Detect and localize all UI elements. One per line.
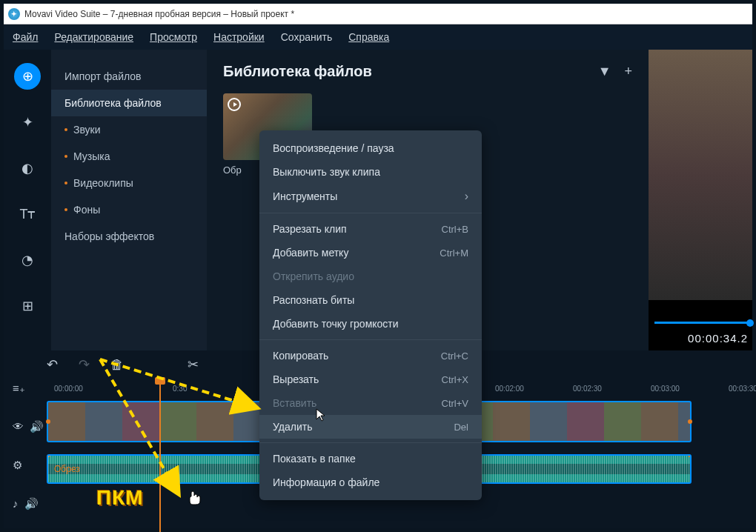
delete-icon[interactable]: 🗑 — [110, 357, 124, 373]
sidebar-item-videoclips[interactable]: Видеоклипы — [51, 170, 207, 196]
left-rail: ⊕ ✦ ◐ Tᴛ ◔ ⊞ — [4, 50, 51, 350]
sidebar-item-music[interactable]: Музыка — [51, 143, 207, 170]
menubar: Файл Редактирование Просмотр Настройки С… — [4, 24, 752, 50]
ctx-detach-audio: Открепить аудио — [259, 265, 482, 288]
audio-mute-icon[interactable]: 🔊 — [24, 497, 39, 511]
sidebar-item-library[interactable]: Библиотека файлов — [51, 90, 207, 116]
track-settings-icon[interactable]: ⚙ — [13, 459, 44, 472]
titlebar: ✦ Movavi Video Suite – 7-дневная пробная… — [4, 4, 752, 24]
ctx-paste: ВставитьCtrl+V — [259, 391, 482, 415]
sidebar: Импорт файлов Библиотека файлов Звуки Му… — [51, 50, 207, 350]
preview-knob[interactable] — [746, 319, 754, 327]
ctx-add-volume-point[interactable]: Добавить точку громкости — [259, 312, 482, 336]
app-window: ✦ Movavi Video Suite – 7-дневная пробная… — [0, 0, 756, 532]
menu-help[interactable]: Справка — [348, 31, 389, 43]
track-mute-icon[interactable]: 🔊 — [30, 420, 44, 433]
audio-link-icon[interactable]: ♪ — [13, 497, 19, 511]
preview-progress[interactable] — [654, 322, 752, 324]
rail-stickers-icon[interactable]: ◔ — [14, 247, 41, 273]
preview-panel: 00:00:34.2 — [649, 50, 752, 350]
sidebar-item-backgrounds[interactable]: Фоны — [51, 196, 207, 223]
annotation-text: ПКМ — [96, 486, 144, 510]
preview-time: 00:00:34.2 — [688, 332, 748, 345]
menu-save[interactable]: Сохранить — [281, 31, 333, 43]
menu-settings[interactable]: Настройки — [213, 31, 265, 43]
sidebar-item-import[interactable]: Импорт файлов — [51, 63, 207, 90]
undo-icon[interactable]: ↶ — [47, 356, 58, 373]
ctx-split[interactable]: Разрезать клипCtrl+B — [259, 217, 482, 241]
ctx-add-marker[interactable]: Добавить меткуCtrl+M — [259, 241, 482, 265]
ctx-cut[interactable]: ВырезатьCtrl+X — [259, 368, 482, 391]
ctx-show-in-folder[interactable]: Показать в папке — [259, 447, 482, 471]
rail-more-icon[interactable]: ⊞ — [14, 293, 41, 319]
menu-view[interactable]: Просмотр — [150, 31, 197, 43]
ctx-mute-clip[interactable]: Выключить звук клипа — [259, 160, 482, 184]
filter-icon[interactable]: ▼ — [598, 64, 611, 79]
ctx-delete[interactable]: УдалитьDel — [259, 415, 482, 439]
play-overlay-icon — [228, 98, 241, 111]
rail-transitions-icon[interactable]: ◐ — [14, 155, 41, 182]
menu-file[interactable]: Файл — [13, 31, 38, 43]
rail-effects-icon[interactable]: ✦ — [14, 109, 41, 136]
app-logo-icon: ✦ — [8, 8, 20, 20]
sidebar-item-sounds[interactable]: Звуки — [51, 116, 207, 143]
playhead[interactable] — [159, 379, 161, 532]
context-menu: Воспроизведение / пауза Выключить звук к… — [259, 130, 482, 500]
sidebar-item-effect-sets[interactable]: Наборы эффектов — [51, 223, 207, 250]
add-icon[interactable]: + — [624, 64, 632, 79]
redo-icon[interactable]: ↷ — [79, 356, 90, 373]
ctx-file-info[interactable]: Информация о файле — [259, 471, 482, 494]
ctx-play-pause[interactable]: Воспроизведение / пауза — [259, 136, 482, 160]
rail-titles-icon[interactable]: Tᴛ — [14, 201, 41, 227]
cut-icon[interactable]: ✂ — [188, 356, 199, 373]
ctx-separator — [259, 213, 482, 213]
chevron-right-icon: › — [465, 190, 468, 203]
hand-cursor-icon — [188, 491, 201, 505]
ctx-tools[interactable]: Инструменты› — [259, 184, 482, 209]
ctx-copy[interactable]: КопироватьCtrl+C — [259, 344, 482, 368]
preview-frame — [649, 50, 752, 300]
rail-import-icon[interactable]: ⊕ — [14, 63, 41, 90]
window-title: Movavi Video Suite – 7-дневная пробная в… — [24, 9, 294, 19]
add-track-icon[interactable]: ≡₊ — [13, 382, 44, 395]
audio-clip-label: Обрез — [54, 464, 80, 474]
content-title: Библиотека файлов — [223, 63, 372, 80]
ctx-detect-beats[interactable]: Распознать биты — [259, 288, 482, 312]
ctx-separator — [259, 442, 482, 443]
track-eye-icon[interactable]: 👁 — [13, 420, 24, 433]
ctx-separator — [259, 339, 482, 340]
menu-edit[interactable]: Редактирование — [54, 31, 133, 43]
